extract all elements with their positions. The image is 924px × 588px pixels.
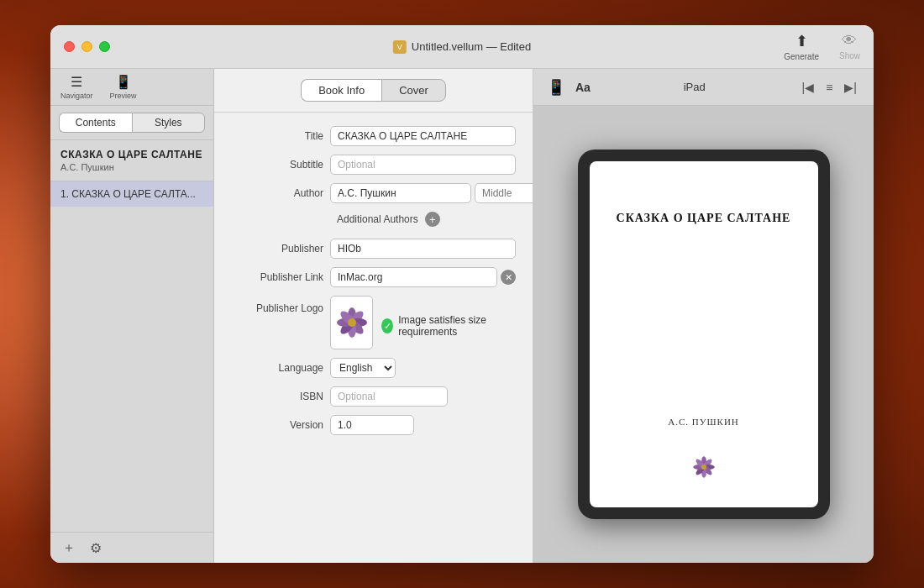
titlebar: V Untitled.vellum — Edited ⬆ Generate 👁 … xyxy=(50,25,874,69)
logo-status: ✓ Image satisfies size requirements xyxy=(381,314,516,338)
logo-status-text: Image satisfies size requirements xyxy=(398,314,516,338)
publisher-row: Publisher xyxy=(231,239,516,259)
publisher-logo-label: Publisher Logo xyxy=(231,296,323,314)
cover-flower-icon xyxy=(689,452,719,482)
author-first-input[interactable] xyxy=(330,183,471,203)
title-label: Title xyxy=(231,130,323,142)
preview-content: СКАЗКА О ЦАРЕ САЛТАНЕ А.С. ПУШКИН xyxy=(533,106,874,563)
nav-buttons: |◀ ≡ ▶| xyxy=(799,79,860,96)
language-select[interactable]: English Russian German French Spanish xyxy=(330,358,396,378)
clear-publisher-link-button[interactable]: ✕ xyxy=(501,270,516,285)
app-icon: V xyxy=(393,40,407,54)
add-item-button[interactable]: ＋ xyxy=(60,539,77,556)
preview-button[interactable]: 📱 Preview xyxy=(110,74,137,100)
publisher-logo-row: Publisher Logo xyxy=(231,296,516,349)
sidebar: ☰ Navigator 📱 Preview Contents Styles xyxy=(50,69,214,563)
device-icon: 📱 xyxy=(547,78,565,97)
navigator-icon: ☰ xyxy=(71,74,82,90)
version-input[interactable] xyxy=(330,415,414,435)
app-window: V Untitled.vellum — Edited ⬆ Generate 👁 … xyxy=(50,25,874,563)
nav-list-button[interactable]: ≡ xyxy=(822,79,836,96)
generate-icon: ⬆ xyxy=(795,32,808,50)
flower-logo-image xyxy=(332,302,372,343)
show-icon: 👁 xyxy=(842,32,857,50)
sidebar-book-title: СКАЗКА О ЦАРЕ САЛТАНЕ xyxy=(60,149,203,160)
ipad-screen: СКАЗКА О ЦАРЕ САЛТАНЕ А.С. ПУШКИН xyxy=(590,161,818,507)
tab-styles[interactable]: Styles xyxy=(132,113,206,133)
tab-contents[interactable]: Contents xyxy=(59,113,132,133)
cover-author: А.С. ПУШКИН xyxy=(668,417,739,435)
subtitle-row: Subtitle xyxy=(231,155,516,175)
isbn-input[interactable] xyxy=(330,386,448,407)
svg-point-17 xyxy=(701,465,706,470)
version-row: Version xyxy=(231,415,516,435)
minimize-button[interactable] xyxy=(81,41,92,52)
author-row: Author xyxy=(231,183,516,203)
book-info-panel: Book Info Cover Title xyxy=(214,69,533,563)
book-info-tabs: Book Info Cover xyxy=(214,69,533,113)
publisher-logo-area: ✓ Image satisfies size requirements xyxy=(330,296,516,349)
sidebar-toolbar: ☰ Navigator 📱 Preview xyxy=(50,69,213,106)
preview-panel: 📱 Aa iPad |◀ ≡ ▶| СКАЗКА О ЦАРЕ САЛТАНЕ xyxy=(533,69,874,563)
check-icon: ✓ xyxy=(381,318,393,333)
logo-preview[interactable] xyxy=(330,296,373,349)
settings-button[interactable]: ⚙ xyxy=(87,539,104,556)
publisher-link-field: ✕ xyxy=(330,267,516,287)
navigator-button[interactable]: ☰ Navigator xyxy=(60,74,93,100)
author-fields xyxy=(330,183,533,203)
close-button[interactable] xyxy=(64,41,75,52)
sidebar-book-header: СКАЗКА О ЦАРЕ САЛТАНЕ А.С. Пушкин xyxy=(50,140,213,181)
subtitle-label: Subtitle xyxy=(231,159,323,171)
publisher-link-label: Publisher Link xyxy=(231,271,323,283)
maximize-button[interactable] xyxy=(99,41,110,52)
show-button[interactable]: 👁 Show xyxy=(839,32,860,61)
publisher-link-row: Publisher Link ✕ xyxy=(231,267,516,287)
nav-last-button[interactable]: ▶| xyxy=(841,79,860,96)
add-author-button[interactable]: + xyxy=(425,212,440,227)
toolbar-right: ⬆ Generate 👁 Show xyxy=(784,32,860,61)
publisher-link-input[interactable] xyxy=(330,267,497,287)
book-form: Title Subtitle Author xyxy=(214,113,533,449)
sidebar-tabs: Contents Styles xyxy=(50,106,213,140)
sidebar-footer: ＋ ⚙ xyxy=(50,532,213,563)
language-label: Language xyxy=(231,362,323,374)
book-cover-author: А.С. ПУШКИН xyxy=(668,417,739,427)
desktop: V Untitled.vellum — Edited ⬆ Generate 👁 … xyxy=(0,0,924,588)
isbn-label: ISBN xyxy=(231,391,323,402)
content-area: Book Info Cover Title xyxy=(214,69,874,563)
isbn-row: ISBN xyxy=(231,386,516,407)
window-title: Untitled.vellum — Edited xyxy=(412,40,531,53)
main-layout: ☰ Navigator 📱 Preview Contents Styles xyxy=(50,69,874,563)
preview-toolbar: 📱 Aa iPad |◀ ≡ ▶| xyxy=(533,69,874,106)
title-input[interactable] xyxy=(330,126,516,146)
nav-first-button[interactable]: |◀ xyxy=(799,79,818,96)
tab-cover[interactable]: Cover xyxy=(381,79,446,102)
sidebar-book-author: А.С. Пушкин xyxy=(60,162,203,172)
tab-book-info[interactable]: Book Info xyxy=(301,79,381,102)
version-label: Version xyxy=(231,419,323,431)
window-title-area: V Untitled.vellum — Edited xyxy=(393,40,531,54)
device-label: iPad xyxy=(601,81,789,93)
publisher-label: Publisher xyxy=(231,243,323,255)
author-label: Author xyxy=(231,187,323,199)
additional-authors-row: Additional Authors + xyxy=(231,212,516,227)
font-size-button[interactable]: Aa xyxy=(575,81,591,94)
subtitle-input[interactable] xyxy=(330,155,516,175)
generate-button[interactable]: ⬆ Generate xyxy=(784,32,819,61)
preview-icon: 📱 xyxy=(115,74,132,90)
traffic-lights xyxy=(64,41,110,52)
sidebar-item-chapter1[interactable]: 1. СКАЗКА О ЦАРЕ САЛТА... xyxy=(50,181,213,207)
author-middle-input[interactable] xyxy=(475,183,533,203)
language-row: Language English Russian German French S… xyxy=(231,358,516,378)
additional-authors-label: Additional Authors xyxy=(337,213,418,225)
title-row: Title xyxy=(231,126,516,146)
ipad-frame: СКАЗКА О ЦАРЕ САЛТАНЕ А.С. ПУШКИН xyxy=(578,150,830,519)
cover-flower xyxy=(689,452,719,482)
svg-point-8 xyxy=(348,318,356,327)
book-cover-title: СКАЗКА О ЦАРЕ САЛТАНЕ xyxy=(617,212,791,225)
publisher-input[interactable] xyxy=(330,239,516,259)
